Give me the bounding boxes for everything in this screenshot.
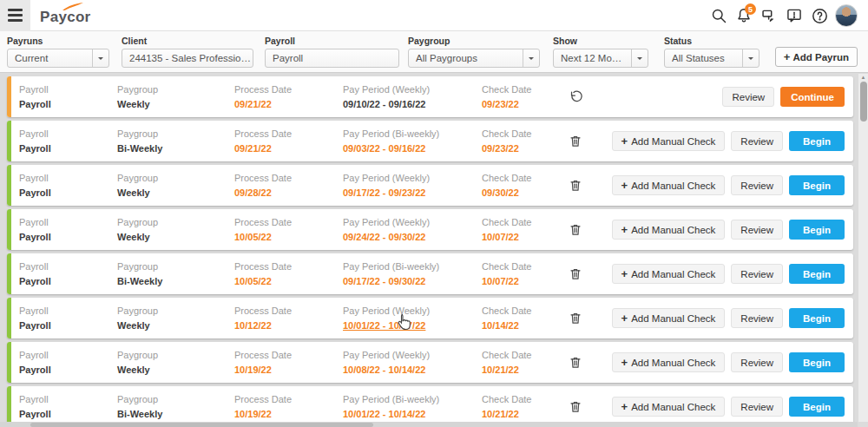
add-manual-check-button[interactable]: + Add Manual Check <box>612 308 726 328</box>
filter-paygroup-label: Paygroup <box>408 36 540 46</box>
row-process-label: Process Date <box>234 305 343 316</box>
add-manual-check-button[interactable]: + Add Manual Check <box>612 220 726 240</box>
row-period-value[interactable]: 10/01/22 - 10/07/22 <box>343 320 482 331</box>
row-process-value[interactable]: 09/21/22 <box>234 143 343 154</box>
row-action-icon <box>569 355 598 370</box>
filter-status: Status All Statuses <box>664 36 760 72</box>
row-process-value[interactable]: 10/12/22 <box>234 320 343 331</box>
vertical-scrollbar[interactable]: ▲ <box>858 74 868 422</box>
row-period-value[interactable]: 09/17/22 - 09/30/22 <box>343 276 482 286</box>
row-period-value[interactable]: 09/17/22 - 09/23/22 <box>343 187 482 198</box>
row-period-value[interactable]: 09/03/22 - 09/16/22 <box>343 143 482 154</box>
trash-icon[interactable] <box>569 311 582 325</box>
add-manual-check-button[interactable]: + Add Manual Check <box>612 131 726 151</box>
add-manual-check-label: Add Manual Check <box>631 313 715 324</box>
add-manual-check-button[interactable]: + Add Manual Check <box>612 397 726 417</box>
add-manual-check-button[interactable]: + Add Manual Check <box>612 352 726 372</box>
row-buttons: + Add Manual Check Review Begin <box>612 397 853 417</box>
filter-show-label: Show <box>553 36 648 46</box>
row-paygroup-label: Paygroup <box>117 84 234 95</box>
row-check-value[interactable]: 10/21/22 <box>482 409 569 419</box>
trash-icon[interactable] <box>569 134 582 148</box>
row-paygroup-value: Weekly <box>117 232 234 242</box>
plus-icon: + <box>621 179 628 192</box>
row-check-value[interactable]: 09/23/22 <box>482 143 569 154</box>
row-check-label: Check Date <box>482 217 569 227</box>
row-check-value[interactable]: 10/07/22 <box>482 232 569 242</box>
paygroup-select[interactable]: All Paygroups <box>408 49 540 68</box>
payruns-select[interactable]: Current <box>7 49 109 68</box>
pay-period-column: Pay Period (Weekly) 10/01/22 - 10/07/22 <box>343 305 482 331</box>
process-date-column: Process Date 10/05/22 <box>234 217 343 242</box>
row-check-value[interactable]: 10/21/22 <box>482 365 569 375</box>
notifications-bell-icon[interactable]: 5 <box>734 6 753 25</box>
row-buttons: Review Continue <box>722 87 853 107</box>
payrun-row: Payroll Payroll Paygroup Weekly Process … <box>7 165 853 206</box>
horizontal-scrollbar-thumb[interactable] <box>30 423 373 427</box>
primary-action-button[interactable]: Begin <box>789 220 845 240</box>
search-icon[interactable] <box>709 6 728 25</box>
row-period-value[interactable]: 09/24/22 - 09/30/22 <box>343 232 482 242</box>
add-manual-check-button[interactable]: + Add Manual Check <box>612 175 726 195</box>
review-button[interactable]: Review <box>731 220 783 240</box>
row-process-value[interactable]: 09/21/22 <box>234 99 343 109</box>
primary-action-button[interactable]: Begin <box>789 352 845 372</box>
trash-icon[interactable] <box>569 266 582 281</box>
payroll-input[interactable]: Payroll <box>265 49 399 68</box>
trash-icon[interactable] <box>569 178 582 193</box>
row-period-value[interactable]: 10/01/22 - 10/14/22 <box>343 409 482 419</box>
primary-action-button[interactable]: Begin <box>789 264 845 284</box>
chat-icon[interactable] <box>760 6 779 25</box>
row-period-value[interactable]: 09/10/22 - 09/16/22 <box>343 99 482 109</box>
add-payrun-button[interactable]: + Add Payrun <box>775 47 858 67</box>
row-process-value[interactable]: 10/19/22 <box>234 365 343 375</box>
status-select[interactable]: All Statuses <box>664 49 760 68</box>
row-paygroup-value: Weekly <box>117 187 234 198</box>
row-period-label: Pay Period (Weekly) <box>343 217 482 227</box>
add-manual-check-button[interactable]: + Add Manual Check <box>612 264 726 284</box>
row-buttons: + Add Manual Check Review Begin <box>612 131 853 151</box>
row-period-value[interactable]: 10/08/22 - 10/14/22 <box>343 365 482 375</box>
row-check-value[interactable]: 09/23/22 <box>482 99 569 109</box>
row-process-value[interactable]: 10/05/22 <box>234 276 343 286</box>
row-action-icon <box>569 89 598 104</box>
row-paygroup-label: Paygroup <box>117 305 234 316</box>
review-button[interactable]: Review <box>731 397 783 417</box>
hamburger-menu-button[interactable] <box>0 0 30 31</box>
primary-action-button[interactable]: Begin <box>789 131 845 151</box>
trash-icon[interactable] <box>569 355 582 370</box>
trash-icon[interactable] <box>569 399 582 414</box>
primary-action-button[interactable]: Continue <box>780 87 845 107</box>
scroll-up-icon[interactable]: ▲ <box>858 75 868 80</box>
row-check-value[interactable]: 10/07/22 <box>482 276 569 286</box>
primary-action-button[interactable]: Begin <box>789 308 845 328</box>
horizontal-scrollbar[interactable] <box>0 422 858 427</box>
help-icon[interactable] <box>810 6 829 25</box>
client-input[interactable]: 244135 - Sales Professional Services B..… <box>122 49 253 68</box>
review-button[interactable]: Review <box>731 308 783 328</box>
row-process-value[interactable]: 10/19/22 <box>234 409 343 419</box>
process-date-column: Process Date 09/21/22 <box>234 128 343 154</box>
user-avatar[interactable] <box>835 4 858 27</box>
row-buttons: + Add Manual Check Review Begin <box>612 352 853 372</box>
paycor-logo[interactable]: Paycor <box>40 5 91 26</box>
row-process-value[interactable]: 09/28/22 <box>234 187 343 198</box>
primary-action-button[interactable]: Begin <box>789 175 845 195</box>
review-button[interactable]: Review <box>731 131 783 151</box>
review-button[interactable]: Review <box>731 264 783 284</box>
trash-icon[interactable] <box>569 222 582 237</box>
primary-action-button[interactable]: Begin <box>789 397 845 417</box>
row-check-value[interactable]: 09/30/22 <box>482 187 569 198</box>
undo-icon[interactable] <box>569 89 583 104</box>
filter-payruns: Payruns Current <box>7 36 109 72</box>
review-button[interactable]: Review <box>722 87 774 107</box>
row-check-value[interactable]: 10/14/22 <box>482 320 569 331</box>
add-manual-check-label: Add Manual Check <box>631 269 715 279</box>
row-process-value[interactable]: 10/05/22 <box>234 232 343 242</box>
vertical-scrollbar-thumb[interactable] <box>860 82 867 122</box>
feedback-icon[interactable] <box>785 6 804 25</box>
review-button[interactable]: Review <box>731 175 783 195</box>
review-button[interactable]: Review <box>731 352 783 372</box>
show-select[interactable]: Next 12 Months <box>553 49 648 68</box>
payroll-column: Payroll Payroll <box>19 261 117 286</box>
